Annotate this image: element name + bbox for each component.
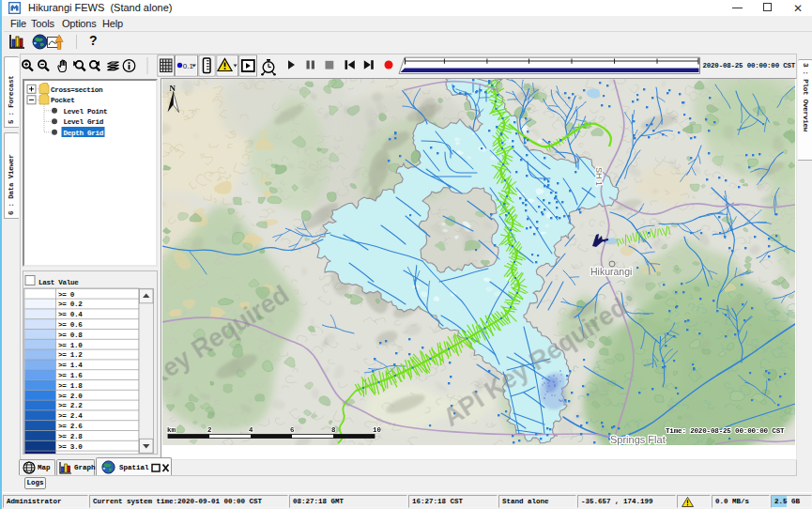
svg-text:Springs Flat: Springs Flat [610, 434, 666, 445]
svg-text:Depth Grid: Depth Grid [64, 130, 104, 137]
svg-text:Level Grid: Level Grid [64, 118, 104, 126]
svg-text:>= 1.0: >= 1.0 [58, 342, 83, 349]
svg-text:8: 8 [331, 426, 336, 434]
svg-text:>= 2.0: >= 2.0 [58, 393, 83, 400]
svg-text:Last Value: Last Value [38, 279, 79, 286]
svg-text:>= 1.2: >= 1.2 [58, 351, 83, 359]
svg-text:>= 2.8: >= 2.8 [58, 433, 83, 440]
svg-text:4: 4 [249, 426, 253, 434]
svg-text:>= 0.2: >= 0.2 [58, 301, 83, 308]
svg-text:>= 0: >= 0 [58, 291, 75, 299]
svg-text:Hikurangi: Hikurangi [590, 266, 632, 277]
svg-text:Level Point: Level Point [64, 108, 108, 116]
svg-text:>= 1.4: >= 1.4 [58, 362, 83, 369]
svg-text:km: km [167, 426, 176, 434]
svg-text:>= 0.4: >= 0.4 [58, 311, 83, 318]
svg-text:Cross=section: Cross=section [51, 86, 103, 94]
svg-text:>= 0.8: >= 0.8 [58, 332, 83, 339]
svg-text:>= 2.4: >= 2.4 [58, 412, 83, 420]
svg-text:10: 10 [373, 426, 381, 434]
svg-text:0.1: 0.1 [183, 62, 194, 70]
svg-text:SH 1: SH 1 [594, 167, 604, 186]
svg-text:>= 3.0: >= 3.0 [58, 443, 83, 451]
svg-text:6: 6 [290, 426, 295, 434]
svg-text:>= 1.8: >= 1.8 [58, 382, 83, 390]
svg-text:>= 0.6: >= 0.6 [58, 321, 83, 329]
svg-text:>= 2.6: >= 2.6 [58, 423, 83, 430]
svg-text:Time: 2020-08-25 00:00:00 CST: Time: 2020-08-25 00:00:00 CST [666, 427, 785, 435]
svg-text:2020-08-25 00:00:00 CST: 2020-08-25 00:00:00 CST [703, 62, 796, 69]
svg-text:>= 1.6: >= 1.6 [58, 372, 83, 379]
svg-text:N: N [170, 84, 176, 93]
svg-text:>= 2.2: >= 2.2 [58, 402, 83, 409]
svg-text:2: 2 [207, 426, 211, 434]
svg-text:Pocket: Pocket [51, 97, 75, 104]
svg-text:>= 3.2: >= 3.2 [58, 453, 83, 454]
